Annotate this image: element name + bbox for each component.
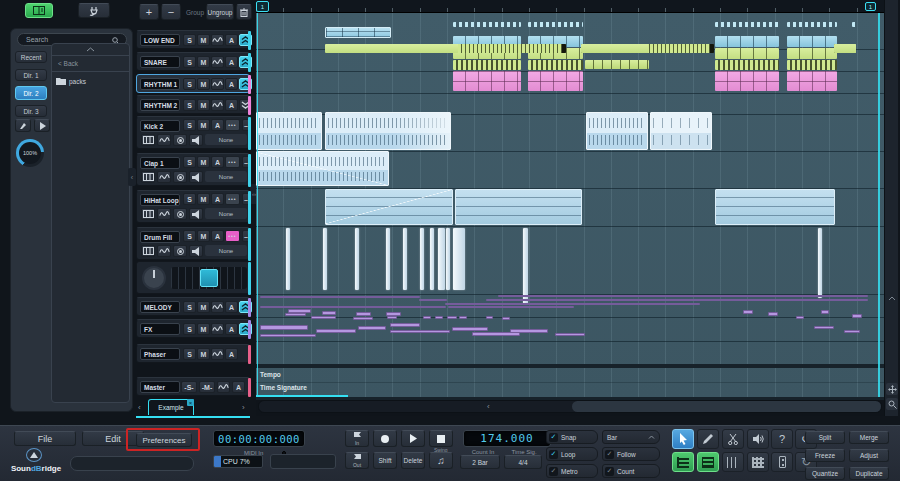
midi-note[interactable] <box>445 303 700 305</box>
midi-note[interactable] <box>821 310 829 314</box>
solo-button[interactable]: S <box>183 323 196 335</box>
mute-button[interactable]: M <box>197 301 210 313</box>
playhead-marker[interactable]: 1 <box>256 1 269 12</box>
swing-note-button[interactable]: ♫ <box>429 452 453 469</box>
clip-drum-hit[interactable] <box>355 228 359 290</box>
tab-example[interactable]: Example × <box>148 399 194 415</box>
track-row-melody[interactable]: MELODYSMA <box>136 297 250 316</box>
zoom-tool-button[interactable] <box>886 398 898 410</box>
grid-resolution-dropdown[interactable]: Bar <box>602 430 660 444</box>
tab-close-icon[interactable]: × <box>187 399 194 406</box>
arm-button[interactable]: A <box>211 193 224 205</box>
count-in-value-button[interactable]: 2 Bar <box>460 455 500 469</box>
piano-roll-view-button[interactable] <box>672 452 694 472</box>
audio-clip-hstrip[interactable] <box>715 189 835 225</box>
midi-note[interactable] <box>768 312 778 316</box>
song-end-marker[interactable]: 1 <box>865 2 876 11</box>
instrument-button[interactable] <box>141 134 155 146</box>
cut-tool-button[interactable] <box>722 429 744 449</box>
timeline-ruler[interactable] <box>256 0 884 13</box>
automation-button[interactable] <box>211 348 224 360</box>
routing-dots-button[interactable]: ••• <box>225 193 240 205</box>
midi-note[interactable] <box>260 306 446 308</box>
midi-note[interactable] <box>852 314 862 318</box>
sidebar-item-recent[interactable]: Recent <box>15 51 47 63</box>
track-row-master[interactable]: Master-S--M-A <box>136 377 250 396</box>
automation-button[interactable] <box>211 78 224 90</box>
menu-file-button[interactable]: File <box>14 431 76 446</box>
mute-button[interactable]: M <box>197 323 210 335</box>
track-name-field[interactable]: Drum Fill <box>140 231 180 243</box>
arm-button[interactable]: A <box>232 381 245 393</box>
pattern-block-clip[interactable] <box>715 22 779 92</box>
pan-knob[interactable] <box>142 266 166 290</box>
input-source-field[interactable]: None <box>205 171 247 182</box>
midi-note[interactable] <box>356 312 371 316</box>
automation-button[interactable] <box>211 34 224 46</box>
loop-toggle[interactable]: ✓Loop <box>546 447 598 461</box>
solo-button[interactable]: S <box>183 34 196 46</box>
split-button[interactable]: Split <box>805 431 845 444</box>
pointer-tool-button[interactable] <box>672 429 694 449</box>
mute-button[interactable]: M <box>197 34 210 46</box>
track-name-field[interactable]: SNARE <box>140 56 180 68</box>
pattern-block-clip[interactable] <box>528 22 583 92</box>
automation-button[interactable] <box>211 99 224 111</box>
track-name-field[interactable]: MELODY <box>140 301 180 313</box>
arm-button[interactable]: A <box>211 119 224 131</box>
audio-clip-wave[interactable] <box>325 112 451 150</box>
input-source-field[interactable]: None <box>205 245 247 256</box>
slider-handle[interactable] <box>200 269 218 287</box>
count-toggle[interactable]: ✓Count <box>602 464 660 478</box>
arm-button[interactable]: A <box>225 301 238 313</box>
track-name-field[interactable]: LOW END <box>140 34 180 46</box>
time-signature-lane-label[interactable]: Time Signature <box>260 384 307 391</box>
automation-button[interactable] <box>157 208 171 220</box>
solo-button[interactable]: S <box>183 230 196 242</box>
midi-note[interactable] <box>844 330 860 333</box>
punch-in-button[interactable]: In <box>345 430 369 447</box>
midi-note[interactable] <box>419 299 447 301</box>
quantize-button[interactable]: Quantize <box>805 467 845 480</box>
midi-note[interactable] <box>796 316 804 319</box>
help-tool-button[interactable]: ? <box>771 429 793 449</box>
track-row-phaser[interactable]: PhaserSMA <box>136 344 250 363</box>
vertical-scroll-column[interactable] <box>884 0 898 416</box>
track-row-fx[interactable]: FXSMA <box>136 319 250 338</box>
pattern-block-clip[interactable] <box>787 22 837 92</box>
arm-button[interactable]: A <box>225 323 238 335</box>
clip-drum-hit[interactable] <box>523 228 528 304</box>
scroll-up-chevron-icon[interactable] <box>888 296 896 301</box>
mute-button[interactable]: M <box>197 56 210 68</box>
midi-note[interactable] <box>322 311 336 315</box>
mixer-view-button[interactable] <box>722 452 744 472</box>
record-arm-button[interactable] <box>173 208 187 220</box>
midi-note[interactable] <box>390 330 450 333</box>
duplicate-button[interactable]: Duplicate <box>849 467 889 480</box>
midi-note[interactable] <box>260 296 420 298</box>
panel-resize-handle-left[interactable]: ‹ <box>128 168 136 186</box>
pan-tool-button[interactable] <box>886 383 898 395</box>
record-arm-button[interactable] <box>173 171 187 183</box>
preview-edit-button[interactable] <box>15 119 31 132</box>
arm-button[interactable]: A <box>211 156 224 168</box>
track-row-snare[interactable]: SNARESMA <box>136 52 250 71</box>
track-name-field[interactable]: FX <box>140 323 180 335</box>
instrument-button[interactable] <box>141 171 155 183</box>
sidebar-item-dir1[interactable]: Dir. 1 <box>15 69 47 81</box>
horizontal-scrollbar-thumb[interactable] <box>572 401 881 412</box>
track-row-rhythm-2[interactable]: RHYTHM 2SMA <box>136 95 250 114</box>
automation-button[interactable] <box>211 56 224 68</box>
draw-tool-button[interactable] <box>697 429 719 449</box>
arm-button[interactable]: A <box>225 348 238 360</box>
track-name-field[interactable]: Kick 2 <box>140 120 180 132</box>
midi-note[interactable] <box>260 325 308 330</box>
mute-button[interactable]: M <box>197 99 210 111</box>
solo-button[interactable]: S <box>183 99 196 111</box>
arm-button[interactable]: A <box>225 78 238 90</box>
mute-button[interactable]: M <box>197 78 210 90</box>
track-row-kick-2[interactable]: Kick 2SMA•••–None <box>136 116 250 149</box>
routing-dots-button[interactable]: ••• <box>225 230 240 242</box>
input-source-field[interactable]: None <box>205 134 247 145</box>
track-row-hihat-loop-2[interactable]: HiHat Loop 2SMA•••–None <box>136 190 250 223</box>
